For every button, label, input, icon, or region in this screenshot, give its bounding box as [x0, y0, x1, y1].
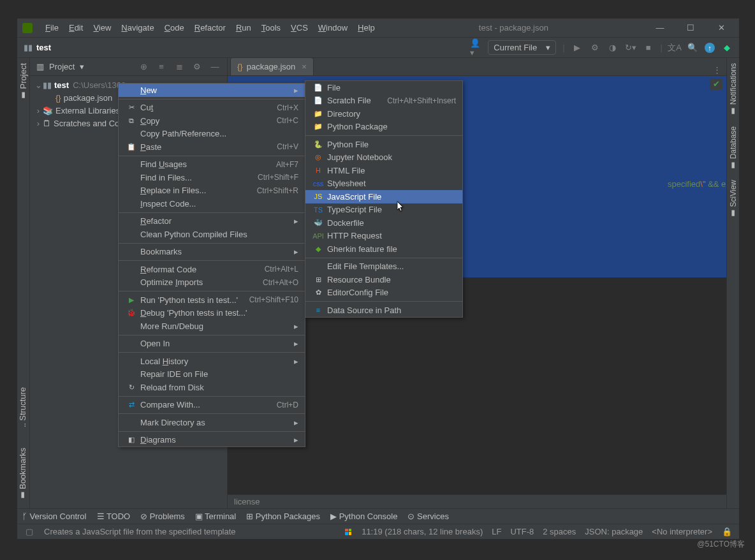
- menu-help[interactable]: Help: [353, 20, 380, 35]
- close-tab-icon[interactable]: ×: [302, 62, 307, 71]
- new-submenu-item-edit-file-templates[interactable]: Edit File Templates...: [305, 260, 462, 274]
- menu-tools[interactable]: Tools: [256, 20, 286, 35]
- context-menu-item-bookmarks[interactable]: Bookmarks▸: [119, 246, 305, 259]
- new-submenu-item-dockerfile[interactable]: 🐳Dockerfile: [305, 216, 462, 230]
- tool-window-tab-notifications[interactable]: ▮ Notifications: [728, 58, 739, 121]
- context-menu-item-optimize-imports[interactable]: Optimize ImportsCtrl+Alt+O: [119, 276, 305, 290]
- editor-tab[interactable]: {} package.json ×: [230, 57, 314, 75]
- menu-view[interactable]: View: [88, 20, 116, 35]
- status-line-separator[interactable]: LF: [492, 527, 501, 536]
- context-menu-item-diagrams[interactable]: ◧Diagrams▸: [119, 434, 305, 447]
- context-menu-item-find-in-files[interactable]: Find in Files...Ctrl+Shift+F: [119, 171, 305, 184]
- tool-windows-icon[interactable]: ▢: [24, 526, 35, 538]
- bottom-tab-problems[interactable]: ⊘ Problems: [140, 512, 185, 521]
- bottom-tab-python-console[interactable]: ▶ Python Console: [330, 512, 397, 521]
- menu-refactor[interactable]: Refactor: [189, 20, 231, 35]
- new-submenu-item-stylesheet[interactable]: cssStylesheet: [305, 177, 462, 191]
- context-menu-item-paste[interactable]: 📋PasteCtrl+V: [119, 140, 305, 154]
- context-menu-item-find-usages[interactable]: Find UsagesAlt+F7: [119, 158, 305, 172]
- context-menu-item-local-history[interactable]: Local History▸: [119, 355, 305, 368]
- settings-icon[interactable]: ⚙: [191, 61, 203, 73]
- new-submenu-item-gherkin-feature-file[interactable]: ◆Gherkin feature file: [305, 242, 462, 256]
- stop-button-icon[interactable]: ■: [643, 42, 654, 54]
- expand-chevron-icon[interactable]: ⌄: [34, 80, 43, 90]
- chevron-down-icon[interactable]: ▾: [80, 62, 84, 71]
- bottom-tab-terminal[interactable]: ▣ Terminal: [195, 512, 237, 521]
- tool-window-tab-sciview[interactable]: ▮ SciView: [728, 175, 739, 223]
- run-configuration-selector[interactable]: Current File ▾: [488, 40, 556, 55]
- menu-vcs[interactable]: VCS: [286, 20, 313, 35]
- new-submenu-item-file[interactable]: 📄File: [305, 81, 462, 94]
- tool-window-tab-project[interactable]: ▮ Project: [17, 58, 29, 105]
- user-icon[interactable]: 👤▾: [470, 42, 481, 54]
- menu-run[interactable]: Run: [231, 20, 256, 35]
- context-menu-item-refactor[interactable]: Refactor▸: [119, 215, 305, 228]
- lock-icon[interactable]: 🔒: [721, 526, 733, 538]
- translate-icon[interactable]: 文A: [669, 42, 680, 54]
- tool-window-tab-structure[interactable]: .. Structure: [17, 382, 29, 432]
- menu-edit[interactable]: Edit: [64, 20, 88, 35]
- context-menu-item-new[interactable]: New▸: [119, 84, 305, 97]
- window-maximize-button[interactable]: ☐: [678, 23, 703, 33]
- context-menu-item-open-in[interactable]: Open In▸: [119, 337, 305, 351]
- window-minimize-button[interactable]: —: [647, 23, 673, 33]
- new-submenu-item-http-request[interactable]: APIHTTP Request: [305, 230, 462, 243]
- context-menu-item-replace-in-files[interactable]: Replace in Files...Ctrl+Shift+R: [119, 184, 305, 198]
- context-menu-item-repair-ide-on-file[interactable]: Repair IDE on File: [119, 368, 305, 381]
- search-everywhere-icon[interactable]: 🔍: [687, 42, 698, 54]
- status-encoding[interactable]: UTF-8: [510, 527, 534, 536]
- menu-file[interactable]: File: [40, 20, 64, 35]
- context-menu-item-inspect-code[interactable]: Inspect Code...: [119, 197, 305, 210]
- tool-window-tab-bookmarks[interactable]: ▮ Bookmarks: [17, 443, 29, 505]
- bottom-tab-version-control[interactable]: ᚶ Version Control: [22, 512, 87, 521]
- bottom-tab-services[interactable]: ⊙ Services: [407, 512, 448, 521]
- coverage-button-icon[interactable]: ◑: [607, 42, 619, 54]
- new-submenu-item-python-file[interactable]: 🐍Python File: [305, 138, 462, 151]
- hide-panel-icon[interactable]: —: [209, 61, 221, 73]
- new-submenu-item-resource-bundle[interactable]: ⊞Resource Bundle: [305, 273, 462, 286]
- bottom-tab-python-packages[interactable]: ⊞ Python Packages: [246, 512, 320, 521]
- menu-code[interactable]: Code: [159, 20, 189, 35]
- debug-button-icon[interactable]: ⚙: [589, 42, 601, 54]
- status-indent[interactable]: 2 spaces: [543, 527, 576, 536]
- window-close-button[interactable]: ✕: [708, 23, 734, 33]
- new-submenu-item-python-package[interactable]: 📁Python Package: [305, 121, 462, 134]
- context-menu-item-more-run-debug[interactable]: More Run/Debug▸: [119, 320, 305, 333]
- new-submenu-item-editorconfig-file[interactable]: ✿EditorConfig File: [305, 286, 462, 300]
- context-menu-item-compare-with[interactable]: ⇄Compare With...Ctrl+D: [119, 399, 305, 412]
- expand-all-icon[interactable]: ≡: [156, 61, 167, 73]
- context-menu-item-run-python-tests-in-test[interactable]: ▶Run 'Python tests in test...'Ctrl+Shift…: [119, 293, 305, 307]
- inspection-status-icon[interactable]: ✔: [710, 78, 722, 90]
- context-menu-item-mark-directory-as[interactable]: Mark Directory as▸: [119, 416, 305, 429]
- new-submenu-item-jupyter-notebook[interactable]: ◎Jupyter Notebook: [305, 151, 462, 165]
- context-menu-item-reformat-code[interactable]: Reformat CodeCtrl+Alt+L: [119, 263, 305, 276]
- select-opened-file-icon[interactable]: ⊕: [138, 61, 149, 73]
- menu-window[interactable]: Window: [313, 20, 353, 35]
- new-submenu-item-directory[interactable]: 📁Directory: [305, 107, 462, 121]
- ide-settings-icon[interactable]: ◆: [721, 42, 733, 54]
- tab-options-icon[interactable]: ⋮: [711, 64, 722, 75]
- bottom-tab-todo[interactable]: ☰ TODO: [97, 512, 131, 521]
- tool-window-tab-database[interactable]: ▮ Database: [728, 121, 739, 175]
- collapse-all-icon[interactable]: ≣: [173, 61, 185, 73]
- profile-button-icon[interactable]: ↻▾: [625, 42, 636, 54]
- new-submenu-item-javascript-file[interactable]: JSJavaScript File: [305, 190, 462, 203]
- context-menu-item-cut[interactable]: ✂CutCtrl+X: [119, 101, 305, 115]
- editor-breadcrumb[interactable]: license: [228, 494, 726, 508]
- new-submenu-item-scratch-file[interactable]: 📄Scratch FileCtrl+Alt+Shift+Insert: [305, 94, 462, 108]
- expand-chevron-icon[interactable]: ›: [34, 119, 43, 128]
- update-icon[interactable]: ↑: [705, 43, 715, 53]
- run-button-icon[interactable]: ▶: [571, 42, 583, 54]
- context-menu-item-copy-path-reference[interactable]: Copy Path/Reference...: [119, 128, 305, 141]
- new-submenu-item-typescript-file[interactable]: TSTypeScript File: [305, 203, 462, 217]
- new-submenu-item-html-file[interactable]: HHTML File: [305, 164, 462, 177]
- menu-navigate[interactable]: Navigate: [116, 20, 159, 35]
- status-interpreter[interactable]: <No interpreter>: [652, 527, 712, 536]
- context-menu-item-reload-from-disk[interactable]: ↻Reload from Disk: [119, 381, 305, 394]
- context-menu-item-copy[interactable]: ⧉CopyCtrl+C: [119, 114, 305, 128]
- expand-chevron-icon[interactable]: ›: [34, 106, 43, 115]
- context-menu-item-debug-python-tests-in-test[interactable]: 🐞Debug 'Python tests in test...': [119, 307, 305, 320]
- status-schema[interactable]: JSON: package: [585, 527, 643, 536]
- new-submenu-item-data-source-in-path[interactable]: ≡Data Source in Path: [305, 304, 462, 317]
- context-menu-item-clean-python-compiled-files[interactable]: Clean Python Compiled Files: [119, 228, 305, 241]
